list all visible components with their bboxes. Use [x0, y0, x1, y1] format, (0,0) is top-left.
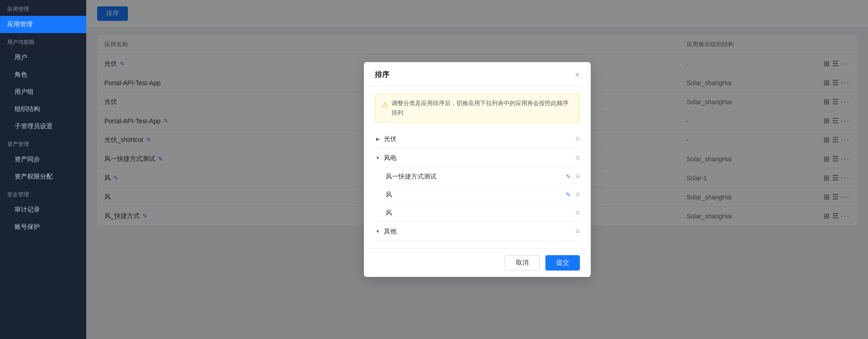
sort-category-header-qita[interactable]: ▼ 其他 ≡	[375, 222, 580, 241]
sort-sub-item: 风 ≡	[386, 203, 580, 222]
cancel-button[interactable]: 取消	[505, 255, 540, 271]
drag-handle-icon[interactable]: ≡	[575, 134, 580, 144]
submit-button[interactable]: 提交	[545, 255, 580, 271]
edit-icon[interactable]: ✎	[566, 191, 571, 198]
sort-sub-item: 风 ✎ ≡	[386, 185, 580, 203]
sidebar-item-sub-admin[interactable]: 子管理员设置	[0, 118, 86, 135]
sidebar-section-asset: 资产管理	[0, 135, 86, 151]
sidebar-item-org-structure[interactable]: 组织结构	[0, 101, 86, 118]
warning-text: 调整分类及应用排序后，切换应用下拉列表中的应用将会按照此顺序排列	[392, 99, 573, 118]
drag-handle-icon[interactable]: ≡	[575, 172, 580, 181]
drag-handle-icon[interactable]: ≡	[575, 190, 580, 199]
edit-icon[interactable]: ✎	[566, 173, 571, 180]
sub-item-label: 风	[386, 191, 566, 199]
sort-sub-item: 风一快捷方式测试 ✎ ≡	[386, 167, 580, 185]
warning-icon: ⚠	[382, 99, 388, 118]
sidebar-section-app: 应用管理	[0, 0, 86, 16]
modal-header: 排序 ×	[364, 62, 591, 87]
sidebar-item-roles[interactable]: 角色	[0, 66, 86, 83]
chevron-right-icon: ▼	[375, 229, 381, 234]
modal-close-button[interactable]: ×	[575, 71, 580, 79]
sort-category-fengdian: ▼ 风电 ≡ 风一快捷方式测试 ✎ ≡	[375, 149, 580, 222]
modal-footer: 取消 提交	[364, 248, 591, 277]
sidebar-section-user: 用户与权限	[0, 33, 86, 49]
sidebar-item-app-mgmt[interactable]: 应用管理	[0, 16, 86, 33]
category-label: 其他	[384, 228, 575, 236]
sort-sub-items-fengdian: 风一快捷方式测试 ✎ ≡ 风 ✎ ≡	[375, 167, 580, 222]
sidebar-item-audit-log[interactable]: 审计记录	[0, 201, 86, 218]
main-content: 排序 应用名称 应用展示组织结构 光伏 ✎ - ⊞ ☰ ···	[86, 0, 868, 339]
sort-list: ▶ 光伏 ≡ ▼ 风电 ≡	[375, 130, 580, 241]
drag-handle-icon[interactable]: ≡	[575, 227, 580, 236]
modal-title: 排序	[375, 70, 389, 80]
chevron-right-icon: ▶	[375, 136, 381, 141]
warning-box: ⚠ 调整分类及应用排序后，切换应用下拉列表中的应用将会按照此顺序排列	[375, 94, 580, 123]
sidebar-section-security: 安全管理	[0, 185, 86, 201]
drag-handle-icon[interactable]: ≡	[575, 208, 580, 218]
sidebar-item-user-groups[interactable]: 用户组	[0, 83, 86, 101]
modal-overlay: 排序 × ⚠ 调整分类及应用排序后，切换应用下拉列表中的应用将会按照此顺序排列 …	[86, 0, 868, 339]
sub-item-label: 风一快捷方式测试	[386, 173, 566, 181]
category-label: 风电	[384, 154, 575, 162]
sort-category-header-guangfu[interactable]: ▶ 光伏 ≡	[375, 130, 580, 148]
modal-body: ⚠ 调整分类及应用排序后，切换应用下拉列表中的应用将会按照此顺序排列 ▶ 光伏 …	[364, 87, 591, 249]
sidebar: 应用管理 应用管理 用户与权限 用户 角色 用户组 组织结构 子管理员设置 资产…	[0, 0, 86, 339]
sort-category-header-fengdian[interactable]: ▼ 风电 ≡	[375, 149, 580, 167]
drag-handle-icon[interactable]: ≡	[575, 153, 580, 163]
sidebar-item-account-protect[interactable]: 账号保护	[0, 218, 86, 236]
sort-category-qita: ▼ 其他 ≡	[375, 222, 580, 241]
chevron-down-icon: ▼	[375, 155, 381, 160]
sidebar-item-asset-perm[interactable]: 资产权限分配	[0, 168, 86, 185]
sort-category-guangfu: ▶ 光伏 ≡	[375, 130, 580, 149]
category-label: 光伏	[384, 135, 575, 143]
sidebar-item-asset-sync[interactable]: 资产同步	[0, 151, 86, 168]
sidebar-item-users[interactable]: 用户	[0, 49, 86, 66]
sub-item-label: 风	[386, 209, 571, 217]
sort-modal: 排序 × ⚠ 调整分类及应用排序后，切换应用下拉列表中的应用将会按照此顺序排列 …	[364, 62, 591, 277]
